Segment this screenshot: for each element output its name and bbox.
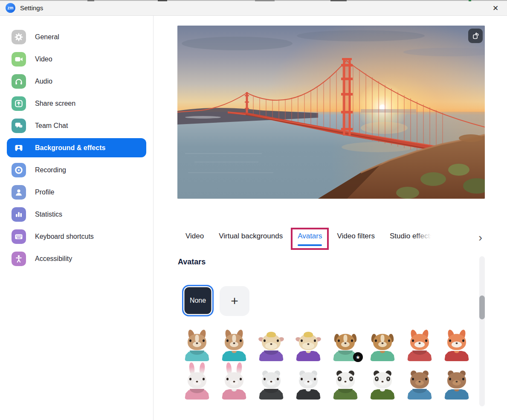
rotate-preview-icon xyxy=(472,32,480,40)
zoom-settings-window: zm Settings ✕ General Video Audio xyxy=(0,0,507,420)
avatar-rabbit-hoodie-pink[interactable] xyxy=(183,371,211,400)
avatar-cow-tshirt-purple[interactable] xyxy=(295,332,322,362)
keyboard-icon xyxy=(12,229,26,244)
sidebar-item-label: Recording xyxy=(35,166,66,174)
avatar-row: ★ xyxy=(177,332,480,362)
avatar-figure xyxy=(183,371,211,400)
avatar-figure xyxy=(406,371,433,400)
desktop-edge-artifact xyxy=(330,0,347,1)
sidebar-item-label: Statistics xyxy=(35,211,62,218)
avatar-dog-tshirt-mint[interactable] xyxy=(369,332,396,362)
sidebar-item-label: Audio xyxy=(35,78,52,85)
sidebar-item-label: Background & effects xyxy=(35,144,105,152)
effects-tab-bar: Video Virtual backgrounds Avatars Video … xyxy=(177,229,485,252)
tab-video[interactable]: Video xyxy=(185,229,204,240)
avatar-grid: ★ xyxy=(177,332,480,409)
avatar-panda-tshirt-olive[interactable] xyxy=(369,371,396,400)
avatar-bear-hoodie-blue[interactable] xyxy=(406,371,433,400)
avatar-bear-tshirt-blue[interactable] xyxy=(443,371,470,400)
avatar-fox-hoodie-red[interactable] xyxy=(406,332,433,362)
avatar-figure xyxy=(332,371,359,400)
record-ring-icon xyxy=(12,163,26,177)
avatar-polarbear-tshirt-black[interactable] xyxy=(295,371,322,400)
sidebar-item-audio[interactable]: Audio xyxy=(7,72,146,91)
sidebar-item-label: General xyxy=(35,33,59,41)
desktop-edge-artifact xyxy=(0,0,507,1)
tab-studio-effects[interactable]: Studio effects xyxy=(390,229,434,240)
window-title: Settings xyxy=(20,4,43,12)
avatar-row xyxy=(177,371,480,400)
avatar-corgi-hoodie-teal[interactable] xyxy=(183,332,211,362)
sidebar-item-profile[interactable]: Profile xyxy=(7,182,146,202)
rotate-preview-button[interactable] xyxy=(468,29,483,43)
avatar-polarbear-hoodie-black[interactable] xyxy=(258,371,285,400)
sidebar-item-share-screen[interactable]: Share screen xyxy=(7,94,146,113)
sidebar-item-general[interactable]: General xyxy=(7,27,146,46)
none-label: None xyxy=(190,297,206,304)
sidebar-item-label: Share screen xyxy=(35,100,75,107)
accessibility-icon xyxy=(12,252,26,266)
sidebar-item-video[interactable]: Video xyxy=(7,49,146,69)
headphones-icon xyxy=(12,74,26,89)
video-camera-icon xyxy=(12,52,26,67)
avatar-none-button[interactable]: None xyxy=(182,285,214,316)
sidebar-item-label: Team Chat xyxy=(35,122,68,130)
avatar-figure xyxy=(258,332,285,362)
sidebar-item-recording[interactable]: Recording xyxy=(7,160,146,180)
scrollbar-track[interactable] xyxy=(479,256,485,406)
desktop-edge-artifact xyxy=(469,0,471,1)
desktop-edge-artifact xyxy=(87,0,94,1)
sidebar-item-label: Profile xyxy=(35,188,54,196)
person-icon xyxy=(12,185,26,200)
sidebar-item-label: Video xyxy=(35,55,52,63)
add-avatar-button[interactable]: + xyxy=(220,286,249,316)
sidebar-item-keyboard-shortcuts[interactable]: Keyboard shortcuts xyxy=(7,227,146,246)
avatar-figure xyxy=(183,332,211,362)
avatar-figure xyxy=(369,332,396,362)
avatar-cow-hoodie-purple[interactable] xyxy=(258,332,285,362)
avatar-figure xyxy=(369,371,396,400)
background-preview-image xyxy=(177,26,485,199)
tab-avatars[interactable]: Avatars xyxy=(298,229,322,246)
bar-chart-icon xyxy=(12,207,26,222)
avatar-rabbit-tshirt-pink[interactable] xyxy=(220,371,248,400)
avatar-dog-hoodie-mint[interactable]: ★ xyxy=(332,332,359,362)
avatar-figure xyxy=(443,371,470,400)
tab-fade-overlay xyxy=(415,229,435,240)
scrollbar-thumb[interactable] xyxy=(479,295,485,319)
close-button[interactable]: ✕ xyxy=(490,3,501,14)
avatar-figure xyxy=(295,371,322,400)
plus-icon: + xyxy=(231,294,238,308)
tab-video-filters[interactable]: Video filters xyxy=(337,229,375,240)
avatar-figure xyxy=(295,332,322,362)
golden-gate-bridge-illustration xyxy=(177,26,485,199)
gear-icon xyxy=(12,30,26,44)
avatar-panda-hoodie-olive[interactable] xyxy=(332,371,359,400)
tab-virtual-backgrounds[interactable]: Virtual backgrounds xyxy=(219,229,283,240)
avatar-figure xyxy=(443,332,470,362)
person-card-icon xyxy=(12,141,26,155)
avatar-figure xyxy=(406,332,433,362)
active-tab-underline xyxy=(298,244,322,246)
star-badge-icon: ★ xyxy=(353,352,363,362)
sidebar-item-label: Keyboard shortcuts xyxy=(35,233,94,240)
avatar-figure xyxy=(220,332,248,362)
titlebar: zm Settings ✕ xyxy=(0,0,507,16)
sidebar-item-label: Accessibility xyxy=(35,255,72,263)
zoom-logo-icon: zm xyxy=(6,3,15,13)
sidebar-item-team-chat[interactable]: Team Chat xyxy=(7,116,146,135)
desktop-edge-artifact xyxy=(255,0,275,1)
avatar-figure xyxy=(220,371,248,400)
avatar-figure xyxy=(258,371,285,400)
avatar-fox-tshirt-red[interactable] xyxy=(443,332,470,362)
avatars-section-title: Avatars xyxy=(178,258,206,266)
avatar-corgi-tshirt-teal[interactable] xyxy=(220,332,248,362)
settings-sidebar: General Video Audio Share screen Team Ch xyxy=(0,16,154,420)
share-screen-icon xyxy=(12,96,26,111)
sidebar-item-accessibility[interactable]: Accessibility xyxy=(7,249,146,268)
sidebar-item-statistics[interactable]: Statistics xyxy=(7,205,146,224)
desktop-edge-artifact xyxy=(158,0,167,1)
chevron-right-icon[interactable]: › xyxy=(478,229,485,242)
chat-bubbles-icon xyxy=(12,119,26,133)
sidebar-item-background-effects[interactable]: Background & effects xyxy=(7,138,146,157)
